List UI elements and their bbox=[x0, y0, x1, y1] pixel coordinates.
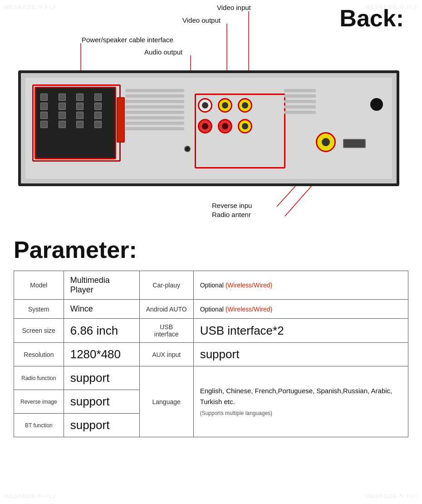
back-title: Back: bbox=[339, 5, 404, 32]
vent-slat bbox=[125, 105, 184, 109]
rca-col-1 bbox=[198, 98, 212, 133]
svg-line-11 bbox=[285, 182, 315, 216]
aux-jack-port bbox=[184, 146, 191, 152]
cell-reverse-header: Reverse image bbox=[14, 390, 64, 414]
cell-language-value: English, Chinese, French,Portuguese, Spa… bbox=[193, 366, 408, 437]
usb-port bbox=[343, 139, 366, 148]
vent-slat bbox=[125, 116, 184, 119]
optional-text: Optional bbox=[200, 282, 226, 289]
diagram-section: Back: Video input Video output Power/spe… bbox=[0, 0, 422, 227]
rca-yellow-1 bbox=[218, 98, 232, 113]
table-row: Screen size 6.86 inch USB interface USB … bbox=[14, 319, 408, 343]
vent-slat bbox=[125, 89, 184, 92]
pin bbox=[94, 121, 102, 128]
parameter-section: Parameter: Model Multimedia Player Car-p… bbox=[0, 227, 422, 446]
device-back bbox=[18, 70, 399, 186]
pin bbox=[40, 112, 48, 119]
vent-slat bbox=[125, 127, 184, 130]
optional-text-2: Optional bbox=[200, 306, 226, 313]
pin bbox=[76, 112, 83, 119]
cell-screensize-value: 6.86 inch bbox=[64, 319, 139, 343]
language-list: English, Chinese, French,Portuguese, Spa… bbox=[200, 387, 393, 405]
rca-white-1 bbox=[198, 98, 212, 113]
param-table: Model Multimedia Player Car-plauy Option… bbox=[14, 271, 408, 437]
watermark-br: MESKEDE·N·FLY bbox=[365, 493, 418, 499]
vent-slat bbox=[125, 100, 184, 103]
connector-block bbox=[34, 87, 116, 159]
rca-group bbox=[198, 98, 252, 133]
language-note: (Supports multiple languages) bbox=[200, 410, 272, 416]
cell-model-header: Model bbox=[14, 271, 64, 300]
cell-reverse-value: support bbox=[64, 390, 139, 414]
cell-aux-header: AUX input bbox=[139, 343, 193, 366]
rca-red-2 bbox=[218, 119, 232, 133]
svg-text:Video input: Video input bbox=[217, 4, 251, 11]
cell-android-header: Android AUTO bbox=[139, 300, 193, 319]
svg-text:Video output: Video output bbox=[182, 16, 221, 24]
vent-slat bbox=[284, 89, 316, 92]
pin bbox=[59, 112, 66, 119]
wireless-wired-text: (Wireless/Wired) bbox=[226, 282, 272, 289]
cell-language-header: Language bbox=[139, 366, 193, 437]
pin bbox=[40, 103, 48, 110]
pin bbox=[94, 112, 102, 119]
cell-bt-value: support bbox=[64, 414, 139, 437]
table-row: Radio function support Language English,… bbox=[14, 366, 408, 390]
cell-screensize-header: Screen size bbox=[14, 319, 64, 343]
pin bbox=[40, 121, 48, 128]
cell-system-header: System bbox=[14, 300, 64, 319]
pin bbox=[59, 103, 66, 110]
vent-slat bbox=[125, 111, 184, 114]
connector-pins bbox=[36, 88, 115, 133]
pin bbox=[94, 103, 102, 110]
vent-slat bbox=[125, 94, 184, 98]
cell-usb-header: USB interface bbox=[139, 319, 193, 343]
wireless-wired-text-2: (Wireless/Wired) bbox=[226, 306, 272, 313]
svg-text:Reverse inpu: Reverse inpu bbox=[212, 202, 252, 209]
cell-usb-value: USB interface*2 bbox=[193, 319, 408, 343]
param-title: Parameter: bbox=[14, 236, 408, 263]
svg-text:Radio antenr: Radio antenr bbox=[212, 211, 251, 218]
pin bbox=[40, 94, 48, 101]
cell-carplay-value: Optional (Wireless/Wired) bbox=[193, 271, 408, 300]
cell-bt-header: BT function bbox=[14, 414, 64, 437]
cell-model-value: Multimedia Player bbox=[64, 271, 139, 300]
cell-resolution-header: Resolution bbox=[14, 343, 64, 366]
pin bbox=[59, 94, 66, 101]
cell-carplay-header: Car-plauy bbox=[139, 271, 193, 300]
cell-radio-value: support bbox=[64, 366, 139, 390]
rca-inner bbox=[222, 102, 228, 109]
rca-inner bbox=[242, 123, 248, 129]
rca-inner bbox=[242, 102, 248, 109]
rca-large-reverse bbox=[316, 132, 336, 152]
rca-large-inner bbox=[322, 138, 330, 146]
cell-system-value: Wince bbox=[64, 300, 139, 319]
table-row: Resolution 1280*480 AUX input support bbox=[14, 343, 408, 366]
cell-android-value: Optional (Wireless/Wired) bbox=[193, 300, 408, 319]
pin bbox=[76, 121, 83, 128]
cell-resolution-value: 1280*480 bbox=[64, 343, 139, 366]
svg-text:Power/speaker cable interface: Power/speaker cable interface bbox=[82, 36, 173, 44]
rca-yellow-2 bbox=[238, 98, 252, 113]
rca-red-1 bbox=[198, 119, 212, 133]
rca-col-3 bbox=[238, 98, 252, 133]
vent-slat bbox=[284, 111, 316, 114]
pin bbox=[76, 103, 83, 110]
black-dot-sensor bbox=[370, 98, 383, 111]
rca-yellow-3 bbox=[238, 119, 252, 133]
pin bbox=[59, 121, 66, 128]
table-row: Model Multimedia Player Car-plauy Option… bbox=[14, 271, 408, 300]
svg-text:Audio output: Audio output bbox=[144, 48, 183, 56]
watermark-bl: MESKEDE·N·FLY bbox=[4, 493, 57, 499]
rca-inner bbox=[202, 123, 208, 129]
pin bbox=[94, 94, 102, 101]
red-connector bbox=[117, 97, 125, 143]
rca-inner bbox=[222, 123, 228, 129]
right-vent bbox=[284, 89, 320, 130]
vent-slat bbox=[284, 100, 316, 103]
rca-col-2 bbox=[218, 98, 232, 133]
left-vent bbox=[125, 89, 184, 143]
cell-aux-value: support bbox=[193, 343, 408, 366]
cell-radio-header: Radio function bbox=[14, 366, 64, 390]
vent-slat bbox=[284, 105, 316, 109]
